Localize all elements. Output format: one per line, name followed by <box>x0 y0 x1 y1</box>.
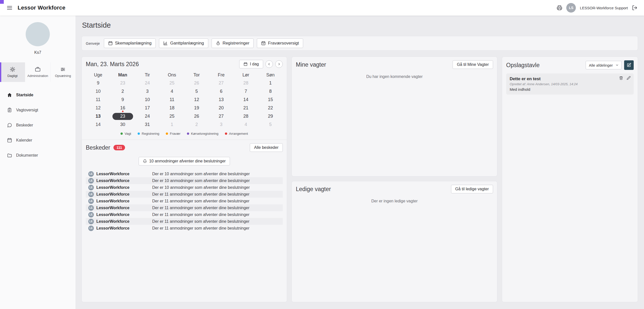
calendar-day[interactable]: 28 <box>233 79 258 87</box>
message-row[interactable]: LELessorWorkforceDer er 11 anmodninger s… <box>86 191 283 198</box>
calendar-legend: VagtRegistreringFraværKørselsregistrerin… <box>86 132 283 136</box>
message-row[interactable]: LELessorWorkforceDer er 11 anmodninger s… <box>86 204 283 211</box>
calendar-day[interactable]: 16 <box>110 104 135 112</box>
message-row[interactable]: LELessorWorkforceDer er 10 anmodninger s… <box>86 177 283 184</box>
calendar-day[interactable]: 18 <box>160 104 184 112</box>
message-text: Der er 11 anmodninger som afventer dine … <box>152 192 250 197</box>
edit-post-button[interactable] <box>627 76 631 80</box>
calendar-day[interactable]: 23 <box>110 79 135 87</box>
message-row[interactable]: LELessorWorkforceDer er 11 anmodninger s… <box>86 225 283 232</box>
calendar-day[interactable]: 22 <box>258 104 283 112</box>
message-sender: LessorWorkforce <box>96 212 152 217</box>
calendar-day[interactable]: 29 <box>258 112 283 120</box>
topbar-left: Lessor Workforce <box>7 5 65 11</box>
sidebar-profile: Ks7 <box>0 16 75 55</box>
briefcase-icon <box>35 67 41 72</box>
calendar-day[interactable]: 3 <box>209 120 233 129</box>
calendar-day[interactable]: 10 <box>135 96 160 104</box>
user-avatar[interactable]: LS <box>566 3 576 13</box>
calendar-day[interactable]: 3 <box>135 87 160 96</box>
calendar-day[interactable]: 28 <box>233 112 258 120</box>
new-post-button[interactable] <box>624 60 634 70</box>
logout-button[interactable] <box>632 5 637 11</box>
sidebar-item-dokumenter[interactable]: Dokumenter <box>0 148 75 163</box>
calendar-day[interactable]: 4 <box>233 120 258 129</box>
calendar-day[interactable]: 27 <box>209 112 233 120</box>
go-to-open-shifts-button[interactable]: Gå til ledige vagter <box>451 185 493 193</box>
calendar-day[interactable]: 14 <box>233 96 258 104</box>
calendar-day[interactable]: 2 <box>110 87 135 96</box>
tab-opsaetning[interactable]: Opsætning <box>51 62 75 82</box>
sidebar-item-startside[interactable]: Startside <box>0 87 75 103</box>
sidebar-item-kalender[interactable]: Kalender <box>0 133 75 148</box>
menu-button[interactable] <box>7 5 13 11</box>
legend-item: Registrering <box>138 132 159 136</box>
calendar-week-number: 10 <box>86 87 110 96</box>
tab-administration[interactable]: Administration <box>25 62 50 82</box>
shortcut-skemaplanlaegning-button[interactable]: Skemaplanlægning <box>104 38 156 48</box>
calendar-day[interactable]: 11 <box>160 96 184 104</box>
calendar-day[interactable]: 15 <box>258 96 283 104</box>
shortcut-fravaersoversigt-button[interactable]: Fraværsoversigt <box>257 38 303 48</box>
calendar-day[interactable]: 5 <box>184 87 209 96</box>
calendar-day[interactable]: 24 <box>135 112 160 120</box>
calendar-day[interactable]: 20 <box>209 104 233 112</box>
calendar-day[interactable]: 12 <box>184 96 209 104</box>
calendar-day-header: Tir <box>135 71 160 79</box>
calendar-day[interactable]: 6 <box>209 87 233 96</box>
calendar-day[interactable]: 17 <box>135 104 160 112</box>
calendar-day[interactable]: 7 <box>233 87 258 96</box>
calendar-day[interactable]: 25 <box>160 79 184 87</box>
pending-wrap: 10 anmodninger afventer dine beslutninge… <box>86 157 283 165</box>
calendar-day-header: Søn <box>258 71 283 79</box>
message-row[interactable]: LELessorWorkforceDer er 11 anmodninger s… <box>86 198 283 204</box>
calendar-day[interactable]: 9 <box>110 96 135 104</box>
calendar-day[interactable]: 27 <box>209 79 233 87</box>
message-text: Der er 11 anmodninger som afventer dine … <box>152 206 250 210</box>
stopwatch-icon <box>216 41 220 46</box>
pending-requests-button[interactable]: 10 anmodninger afventer dine beslutninge… <box>139 157 230 165</box>
legend-dot <box>187 133 189 135</box>
delete-post-button[interactable] <box>619 76 623 80</box>
message-row[interactable]: LELessorWorkforceDer er 10 anmodninger s… <box>86 184 283 191</box>
calendar-day[interactable]: 26 <box>184 79 209 87</box>
department-filter-select[interactable]: Alle afdelinger <box>586 61 622 69</box>
department-filter-value: Alle afdelinger <box>589 63 613 67</box>
message-row[interactable]: LELessorWorkforceDer er 11 anmodninger s… <box>86 218 283 225</box>
calendar-day[interactable]: 26 <box>184 112 209 120</box>
prev-button[interactable] <box>265 60 273 68</box>
calendar-day[interactable]: 1 <box>258 79 283 87</box>
shortcut-registreringer-button[interactable]: Registreringer <box>212 38 254 48</box>
all-messages-button[interactable]: Alle beskeder <box>250 143 283 152</box>
profile-avatar[interactable] <box>26 22 50 46</box>
message-sender: LessorWorkforce <box>96 179 152 183</box>
pending-requests-label: 10 anmodninger afventer dine beslutninge… <box>149 159 226 163</box>
next-button[interactable] <box>275 60 283 68</box>
print-button[interactable] <box>557 5 562 11</box>
message-row[interactable]: LELessorWorkforceDer er 10 anmodninger s… <box>86 170 283 177</box>
go-to-my-shifts-button[interactable]: Gå til Mine Vagter <box>453 60 493 69</box>
calendar-day[interactable]: 4 <box>160 87 184 96</box>
calendar-day[interactable]: 31 <box>135 120 160 129</box>
calendar-day[interactable]: 5 <box>258 120 283 129</box>
tab-dagligt[interactable]: Dagligt <box>0 62 25 82</box>
calendar-day[interactable]: 19 <box>184 104 209 112</box>
message-row[interactable]: LELessorWorkforceDer er 11 anmodninger s… <box>86 211 283 218</box>
today-button[interactable]: I dag <box>239 60 263 68</box>
calendar-day[interactable]: 30 <box>110 120 135 129</box>
shortcut-ganttplanlaegning-button[interactable]: Ganttplanlægning <box>159 38 208 48</box>
calendar-day[interactable]: 13 <box>209 96 233 104</box>
my-shifts-header: Mine vagter Gå til Mine Vagter <box>296 60 493 69</box>
calendar-day[interactable]: 1 <box>160 120 184 129</box>
calendar-day[interactable]: 23 <box>110 112 135 120</box>
calendar-day[interactable]: 2 <box>184 120 209 129</box>
sidebar-item-vagtoversigt[interactable]: Vagtoversigt <box>0 103 75 118</box>
sidebar-item-beskeder[interactable]: Beskeder <box>0 118 75 133</box>
calendar-day[interactable]: 21 <box>233 104 258 112</box>
calendar-day[interactable]: 8 <box>258 87 283 96</box>
sender-avatar: LE <box>88 171 94 177</box>
calendar-day[interactable]: 25 <box>160 112 184 120</box>
calendar-day[interactable]: 24 <box>135 79 160 87</box>
shortcut-label: Fraværsoversigt <box>268 41 299 46</box>
legend-dot <box>120 133 123 135</box>
